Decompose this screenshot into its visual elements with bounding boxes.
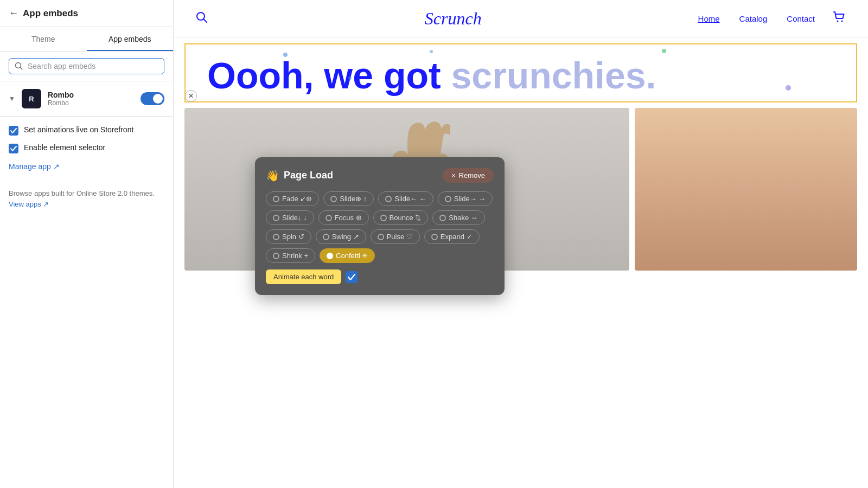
rombo-toggle[interactable] — [141, 92, 164, 105]
hero-section[interactable]: Oooh, we got scrunchies. ✕ — [184, 43, 857, 102]
hero-close-button[interactable]: ✕ — [185, 90, 197, 102]
nav-left-icons — [195, 11, 208, 27]
back-button[interactable]: ← — [9, 8, 18, 19]
animation-row-1: Fade ↙⊕ Slide⊕ ↑ Slide← ← Slide→ → — [266, 191, 494, 206]
nav-home[interactable]: Home — [698, 14, 720, 23]
radio-pulse — [378, 234, 384, 240]
tab-app-embeds[interactable]: App embeds — [87, 27, 174, 51]
view-apps-link[interactable]: View apps ↗ — [9, 200, 49, 208]
search-input[interactable] — [28, 62, 158, 70]
anim-focus[interactable]: Focus ⊕ — [318, 210, 369, 225]
hero-text: Oooh, we got scrunchies. — [207, 44, 834, 101]
rombo-info: Rombo Rombo — [48, 91, 134, 107]
radio-shake — [439, 215, 446, 221]
animation-row-4: Shrink + Confetti ✳ — [266, 248, 494, 263]
anim-slide-up[interactable]: Slide⊕ ↑ — [323, 191, 374, 206]
radio-slide-left — [385, 196, 392, 202]
popup-header: 👋 Page Load × Remove — [266, 168, 494, 183]
anim-slide-down[interactable]: Slide↓ ↓ — [266, 210, 314, 225]
external-link-icon: ↗ — [53, 162, 60, 171]
manage-app-wrap: Manage app ↗ — [0, 162, 173, 179]
radio-bounce — [380, 215, 387, 221]
radio-confetti — [327, 253, 333, 259]
radio-shrink — [273, 253, 279, 259]
remove-button[interactable]: × Remove — [443, 168, 494, 183]
anim-swing[interactable]: Swing ↗ — [316, 229, 366, 244]
set-animations-label: Set animations live on Storefront — [24, 125, 133, 134]
rombo-sub: Rombo — [48, 99, 134, 107]
svg-line-1 — [21, 68, 23, 70]
checkbox-set-animations: Set animations live on Storefront — [9, 125, 164, 136]
hero-word-2: we — [324, 55, 384, 96]
view-apps-icon: ↗ — [43, 200, 49, 208]
expand-icon[interactable]: ▼ — [9, 95, 15, 102]
search-container — [9, 58, 164, 74]
svg-point-5 — [841, 20, 843, 22]
search-icon — [15, 62, 23, 70]
anim-shrink[interactable]: Shrink + — [266, 248, 315, 263]
hero-image-right — [635, 108, 857, 271]
set-animations-checkbox[interactable] — [9, 126, 18, 136]
storefront-logo: Scrunch — [425, 9, 482, 29]
hero-word-1: Oooh, — [207, 55, 324, 96]
storefront: Scrunch Home Catalog Contact — [174, 0, 868, 488]
anim-shake[interactable]: Shake ↔ — [432, 210, 484, 225]
popup-emoji: 👋 — [266, 169, 279, 182]
browse-text: Browse apps built for Online Store 2.0 t… — [9, 189, 155, 197]
anim-slide-right[interactable]: Slide→ → — [438, 191, 493, 206]
enable-selector-checkbox[interactable] — [9, 144, 18, 153]
manage-app-link[interactable]: Manage app ↗ — [9, 162, 164, 171]
main-preview: ↖ Scrunch Home Catalog Contact — [174, 0, 868, 488]
anim-bounce[interactable]: Bounce ⇅ — [373, 210, 429, 225]
tab-theme[interactable]: Theme — [0, 27, 87, 51]
rombo-row: ▼ R Rombo Rombo — [0, 81, 173, 117]
search-wrap — [0, 52, 173, 81]
radio-slide-down — [273, 215, 279, 221]
svg-point-4 — [837, 20, 839, 22]
nav-catalog[interactable]: Catalog — [739, 14, 768, 23]
anim-confetti[interactable]: Confetti ✳ — [320, 248, 375, 263]
anim-fade[interactable]: Fade ↙⊕ — [266, 191, 319, 206]
radio-focus — [326, 215, 332, 221]
nav-contact[interactable]: Contact — [787, 14, 815, 23]
radio-swing — [323, 234, 329, 240]
animate-each-word-row: Animate each word — [266, 269, 494, 284]
nav-links: Home Catalog Contact — [698, 14, 815, 23]
enable-selector-label: Enable element selector — [24, 143, 105, 152]
sidebar-footer: Browse apps built for Online Store 2.0 t… — [0, 179, 173, 218]
animate-each-word-checkbox[interactable] — [346, 271, 358, 283]
anim-pulse[interactable]: Pulse ♡ — [371, 229, 420, 244]
animation-row-3: Spin ↺ Swing ↗ Pulse ♡ Expand ✓ — [266, 229, 494, 244]
hero-word-4: scrunchies. — [451, 55, 656, 96]
radio-spin — [273, 234, 279, 240]
sidebar-title: App embeds — [23, 8, 78, 19]
animate-each-word-label: Animate each word — [266, 269, 341, 284]
sidebar-tabs: Theme App embeds — [0, 27, 173, 52]
remove-icon: × — [451, 171, 456, 179]
svg-line-3 — [204, 19, 207, 22]
animation-popup: 👋 Page Load × Remove Fade ↙⊕ — [255, 157, 505, 295]
popup-title: 👋 Page Load — [266, 169, 333, 182]
search-icon[interactable] — [195, 11, 208, 27]
anim-expand[interactable]: Expand ✓ — [424, 229, 480, 244]
hero-word-3: got — [384, 55, 451, 96]
radio-fade — [273, 196, 279, 202]
radio-slide-right — [445, 196, 451, 202]
storefront-nav: Scrunch Home Catalog Contact — [174, 0, 868, 38]
radio-slide-up — [330, 196, 337, 202]
cart-icon[interactable] — [832, 10, 846, 28]
sidebar: ← App embeds Theme App embeds ▼ R Rombo … — [0, 0, 174, 488]
anim-slide-left[interactable]: Slide← ← — [378, 191, 433, 206]
rombo-name: Rombo — [48, 91, 134, 99]
sidebar-header: ← App embeds — [0, 0, 173, 27]
rombo-avatar: R — [22, 89, 41, 108]
animation-row-2: Slide↓ ↓ Focus ⊕ Bounce ⇅ Shake ↔ — [266, 210, 494, 225]
anim-spin[interactable]: Spin ↺ — [266, 229, 311, 244]
radio-expand — [431, 234, 438, 240]
animation-grid: Fade ↙⊕ Slide⊕ ↑ Slide← ← Slide→ → — [266, 191, 494, 263]
checkbox-enable-selector: Enable element selector — [9, 143, 164, 153]
sidebar-checkboxes: Set animations live on Storefront Enable… — [0, 117, 173, 162]
